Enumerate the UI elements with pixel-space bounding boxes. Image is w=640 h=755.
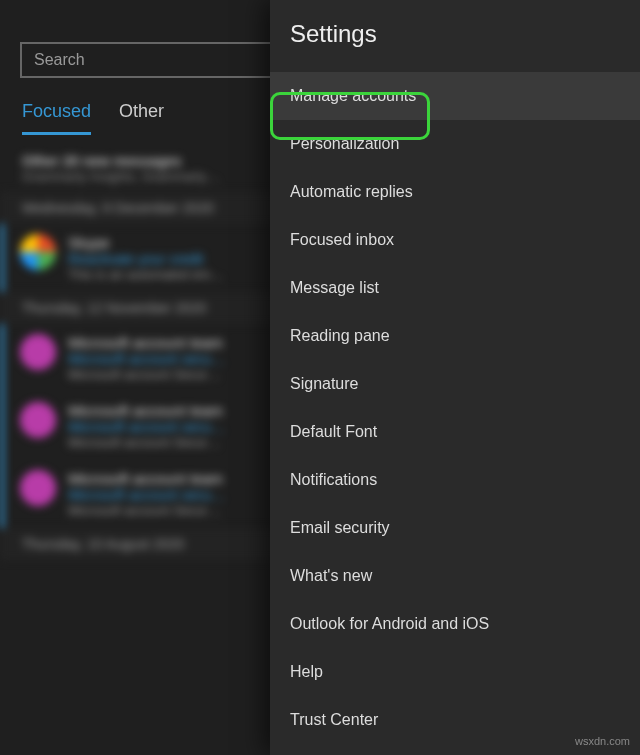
settings-panel: Settings Manage accounts Personalization… — [270, 0, 640, 755]
settings-notifications[interactable]: Notifications — [270, 456, 640, 504]
settings-signature[interactable]: Signature — [270, 360, 640, 408]
app-window: — □ ✕ Focused Other Other 20 new message… — [0, 0, 640, 755]
avatar-icon — [20, 334, 56, 370]
settings-whats-new[interactable]: What's new — [270, 552, 640, 600]
settings-focused-inbox[interactable]: Focused inbox — [270, 216, 640, 264]
settings-title: Settings — [270, 0, 640, 72]
settings-manage-accounts[interactable]: Manage accounts — [270, 72, 640, 120]
settings-email-security[interactable]: Email security — [270, 504, 640, 552]
avatar-icon — [20, 234, 56, 270]
watermark: wsxdn.com — [575, 735, 630, 747]
avatar-icon — [20, 402, 56, 438]
settings-reading-pane[interactable]: Reading pane — [270, 312, 640, 360]
settings-personalization[interactable]: Personalization — [270, 120, 640, 168]
avatar-icon — [20, 470, 56, 506]
settings-default-font[interactable]: Default Font — [270, 408, 640, 456]
settings-automatic-replies[interactable]: Automatic replies — [270, 168, 640, 216]
tab-focused[interactable]: Focused — [22, 101, 91, 135]
tab-other[interactable]: Other — [119, 101, 164, 135]
settings-help[interactable]: Help — [270, 648, 640, 696]
settings-message-list[interactable]: Message list — [270, 264, 640, 312]
settings-outlook-mobile[interactable]: Outlook for Android and iOS — [270, 600, 640, 648]
